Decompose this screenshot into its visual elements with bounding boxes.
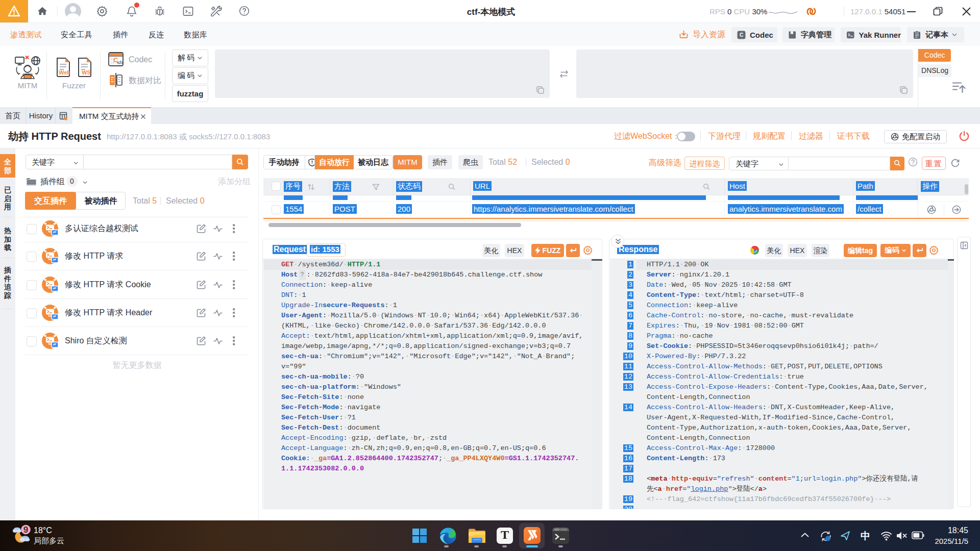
svg-text:WS: WS	[82, 69, 91, 76]
svg-text:9: 9	[23, 525, 28, 535]
svg-text:Web: Web	[59, 69, 70, 76]
svg-text:</>: </>	[117, 60, 124, 65]
svg-text:C: C	[740, 32, 743, 38]
